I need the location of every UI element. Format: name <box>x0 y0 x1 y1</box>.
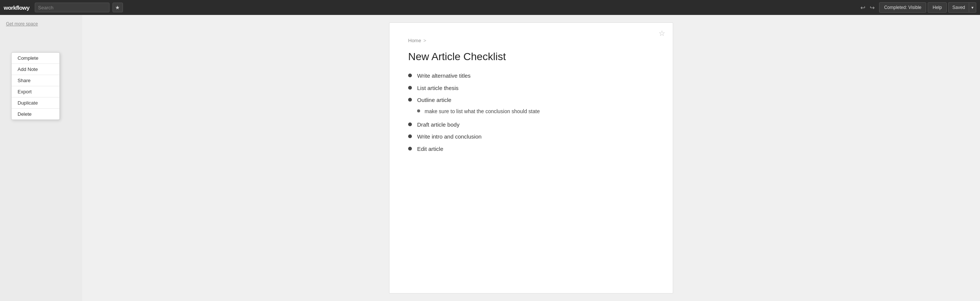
app-logo: workflowy <box>4 5 30 11</box>
list-item: Edit article <box>408 145 654 154</box>
checklist: Write alternative titles List article th… <box>408 72 654 153</box>
topbar-right: ↩ ↪ Completed: Visible Help Saved ▾ <box>859 2 976 13</box>
list-item: List article thesis <box>408 84 654 93</box>
context-menu-share[interactable]: Share <box>11 75 59 86</box>
undo-redo-group: ↩ ↪ <box>859 3 876 12</box>
sub-bullet-icon <box>417 109 420 112</box>
redo-button[interactable]: ↪ <box>868 3 876 12</box>
saved-dropdown-button[interactable]: ▾ <box>969 2 976 13</box>
checklist-item-text: Draft article body <box>417 120 654 129</box>
breadcrumb-home[interactable]: Home <box>408 38 421 43</box>
checklist-item-text: Edit article <box>417 145 654 154</box>
list-item: Write intro and conclusion <box>408 133 654 141</box>
list-item: Write alternative titles <box>408 72 654 80</box>
document-card: ☆ Home > New Article Checklist Write alt… <box>389 22 673 293</box>
checklist-item-text: Outline article <box>417 96 452 105</box>
help-button[interactable]: Help <box>928 2 947 13</box>
bullet-icon <box>408 86 412 90</box>
sub-checklist-item-text: make sure to list what the conclusion sh… <box>425 108 540 116</box>
sub-checklist: make sure to list what the conclusion sh… <box>417 108 540 117</box>
bullet-icon <box>408 98 412 101</box>
get-more-space-link[interactable]: Get more space <box>6 21 38 27</box>
context-menu: Complete Add Note Share Export Duplicate… <box>11 52 60 120</box>
breadcrumb-separator: > <box>423 38 426 43</box>
bookmark-button[interactable]: ★ <box>113 3 123 12</box>
context-menu-export[interactable]: Export <box>11 86 59 97</box>
bullet-icon <box>408 147 412 150</box>
main-layout: Get more space Complete Add Note Share E… <box>0 15 980 301</box>
context-menu-add-note[interactable]: Add Note <box>11 64 59 75</box>
list-item: make sure to list what the conclusion sh… <box>417 108 540 116</box>
checklist-item-text: List article thesis <box>417 84 654 93</box>
sidebar: Get more space Complete Add Note Share E… <box>0 15 82 301</box>
list-item: Outline article make sure to list what t… <box>408 96 654 117</box>
search-input[interactable] <box>35 3 110 12</box>
bullet-icon <box>408 135 412 138</box>
bullet-icon <box>408 122 412 126</box>
context-menu-delete[interactable]: Delete <box>11 109 59 119</box>
completed-visible-button[interactable]: Completed: Visible <box>879 2 926 13</box>
context-menu-duplicate[interactable]: Duplicate <box>11 97 59 109</box>
document-star-icon[interactable]: ☆ <box>659 29 665 38</box>
topbar: workflowy ★ ↩ ↪ Completed: Visible Help … <box>0 0 980 15</box>
context-menu-complete[interactable]: Complete <box>11 53 59 64</box>
checklist-item-text: Write intro and conclusion <box>417 133 654 141</box>
list-item: Draft article body <box>408 120 654 129</box>
checklist-item-text: Write alternative titles <box>417 72 654 80</box>
content-area: ☆ Home > New Article Checklist Write alt… <box>82 15 980 301</box>
bullet-icon <box>408 74 412 77</box>
breadcrumb: Home > <box>408 38 654 43</box>
undo-button[interactable]: ↩ <box>859 3 867 12</box>
document-title: New Article Checklist <box>408 51 654 63</box>
saved-button[interactable]: Saved <box>948 2 969 13</box>
